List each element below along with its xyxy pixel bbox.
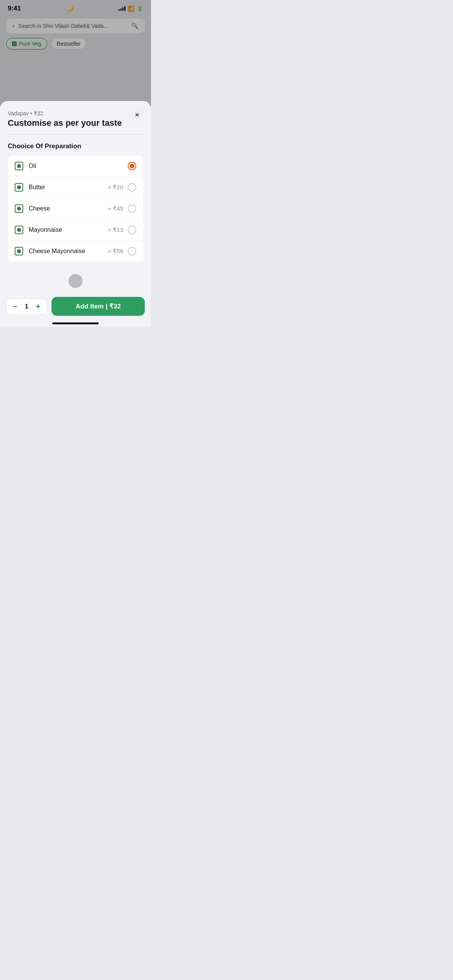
option-name-cheese: Cheese [29, 205, 108, 212]
radio-oil-inner [130, 164, 134, 168]
quantity-control: − 1 + [6, 298, 47, 315]
radio-cheese[interactable] [128, 204, 136, 213]
scroll-indicator [0, 266, 151, 292]
option-name-mayonnaise: Mayonnaise [29, 226, 108, 233]
option-cheese-mayonnaise[interactable]: Cheese Mayonnaise + ₹58 [8, 241, 143, 262]
option-name-oil: Oil [29, 163, 128, 170]
radio-mayonnaise[interactable] [128, 226, 136, 234]
veg-indicator-butter [15, 183, 23, 192]
quantity-increase-button[interactable]: + [36, 303, 41, 310]
option-name-cheese-mayo: Cheese Mayonnaise [29, 248, 108, 255]
bottom-action-bar: − 1 + Add Item | ₹32 [0, 292, 151, 327]
close-button[interactable]: ✕ [131, 109, 143, 121]
veg-indicator-cheese-mayo [15, 247, 23, 255]
options-card: Oil Butter + ₹20 Cheese + ₹4 [8, 156, 143, 262]
option-price-mayonnaise: + ₹13 [108, 226, 123, 233]
option-mayonnaise[interactable]: Mayonnaise + ₹13 [8, 219, 143, 241]
quantity-decrease-button[interactable]: − [13, 303, 17, 310]
options-section: Chooice Of Preparation Oil Butter + ₹20 [0, 135, 151, 266]
option-cheese[interactable]: Cheese + ₹45 [8, 198, 143, 219]
radio-butter[interactable] [128, 183, 136, 192]
add-item-button[interactable]: Add Item | ₹32 [51, 297, 145, 316]
section-title: Chooice Of Preparation [8, 142, 143, 150]
option-oil[interactable]: Oil [8, 156, 143, 177]
veg-indicator-cheese [15, 204, 23, 213]
option-price-cheese-mayo: + ₹58 [108, 248, 123, 255]
radio-cheese-mayo[interactable] [128, 247, 136, 255]
option-price-butter: + ₹20 [108, 184, 123, 191]
option-name-butter: Butter [29, 184, 108, 191]
veg-indicator-mayonnaise [15, 226, 23, 234]
option-price-cheese: + ₹45 [108, 205, 123, 212]
radio-oil[interactable] [128, 162, 136, 170]
item-title: Customise as per your taste [8, 118, 143, 128]
scroll-dot [69, 274, 82, 288]
veg-indicator-oil [15, 162, 23, 170]
quantity-value: 1 [23, 303, 31, 310]
sheet-header: ✕ Vadapav • ₹32 Customise as per your ta… [0, 101, 151, 134]
item-subtitle: Vadapav • ₹32 [8, 110, 143, 117]
option-butter[interactable]: Butter + ₹20 [8, 177, 143, 198]
home-indicator [52, 322, 99, 324]
